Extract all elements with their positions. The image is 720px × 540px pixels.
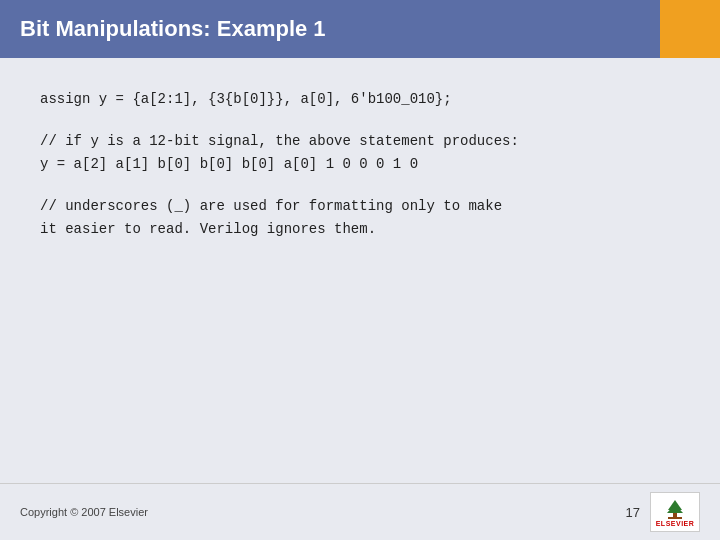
code-block-3: // underscores (_) are used for formatti… xyxy=(40,195,680,240)
elsevier-text: ELSEVIER xyxy=(656,520,695,527)
code-line-assign: assign y = {a[2:1], {3{b[0]}}, a[0], 6'b… xyxy=(40,88,680,110)
svg-rect-3 xyxy=(668,517,682,519)
slide-content: assign y = {a[2:1], {3{b[0]}}, a[0], 6'b… xyxy=(0,58,720,483)
copyright-text: Copyright © 2007 Elsevier xyxy=(20,506,148,518)
code-line-comment2: // underscores (_) are used for formatti… xyxy=(40,195,680,217)
page-number: 17 xyxy=(626,505,640,520)
slide-title: Bit Manipulations: Example 1 xyxy=(0,2,346,56)
slide-footer: Copyright © 2007 Elsevier 17 ELSEVIER xyxy=(0,483,720,540)
code-block-2: // if y is a 12-bit signal, the above st… xyxy=(40,130,680,175)
code-line-comment1: // if y is a 12-bit signal, the above st… xyxy=(40,130,680,152)
title-accent xyxy=(660,0,720,58)
elsevier-logo: ELSEVIER xyxy=(650,492,700,532)
slide: Bit Manipulations: Example 1 assign y = … xyxy=(0,0,720,540)
code-line-cont: it easier to read. Verilog ignores them. xyxy=(40,218,680,240)
code-line-y: y = a[2] a[1] b[0] b[0] b[0] a[0] 1 0 0 … xyxy=(40,153,680,175)
elsevier-logo-svg xyxy=(660,498,690,520)
code-block-1: assign y = {a[2:1], {3{b[0]}}, a[0], 6'b… xyxy=(40,88,680,110)
